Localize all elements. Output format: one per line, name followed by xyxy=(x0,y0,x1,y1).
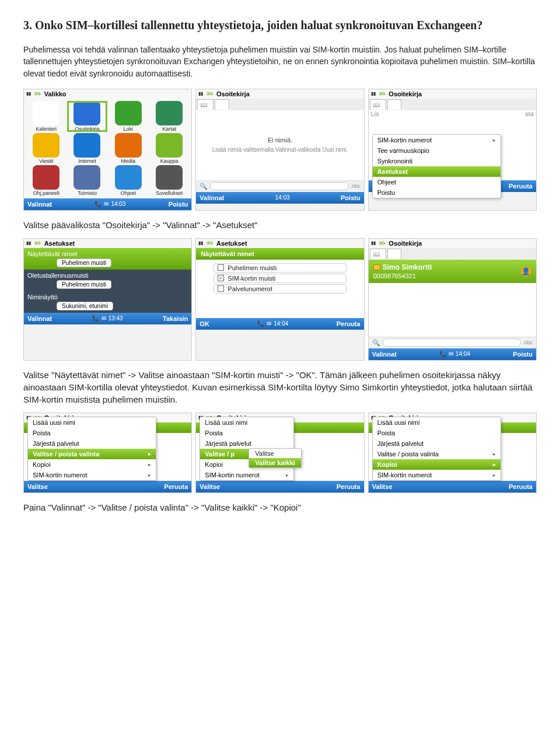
chevron-right-icon: ▸ xyxy=(148,472,151,478)
app-glyph xyxy=(33,101,60,125)
book-icon: 📖 xyxy=(200,102,207,108)
app-label: Ohjeet xyxy=(121,190,136,196)
softkey-right[interactable]: Peruuta xyxy=(509,183,533,190)
checkbox-icon xyxy=(218,285,224,292)
menu-item[interactable]: Kopioi▸ xyxy=(28,459,156,470)
menu-item[interactable]: Valitse / poista valinta▸ xyxy=(373,449,501,459)
menu-item[interactable]: Poista xyxy=(200,428,293,438)
options-menu: Lisää uusi nimiPoistaJärjestä palvelutVa… xyxy=(372,417,501,481)
app-label: Viestit xyxy=(39,158,53,164)
app-label: Internet xyxy=(78,158,96,164)
app-glyph xyxy=(74,101,100,125)
app-label: Kartat xyxy=(162,126,176,132)
chevron-right-icon: ▸ xyxy=(493,462,496,467)
chevron-right-icon: ▸ xyxy=(493,472,496,478)
tab-contacts[interactable]: 📖 xyxy=(197,99,214,110)
instruction-1: Valitse päävalikosta "Osoitekirja" -> "V… xyxy=(23,219,537,231)
app-icon-loki[interactable]: Loki xyxy=(108,101,148,132)
softkey-right[interactable]: Peruuta xyxy=(337,483,360,490)
app-label: Kalenteri xyxy=(36,126,57,132)
screenshot-row-2: ▮▮3GAsetukset Näytettävät nimetPuhelimen… xyxy=(23,238,537,361)
menu-item[interactable]: Ohjeet xyxy=(373,177,501,187)
softkey-left[interactable]: Valinnat xyxy=(372,351,397,358)
submenu: ValitseValitse kaikki xyxy=(249,448,302,468)
menu-item[interactable]: SIM-kortin numerot▸ xyxy=(28,470,156,480)
checkbox-row[interactable]: Puhelimen muisti xyxy=(214,263,346,273)
app-icon-sovellukset[interactable]: Sovellukset xyxy=(149,165,189,196)
softkey-right[interactable]: Poistu xyxy=(513,351,533,358)
checkbox-row[interactable]: ✓SIM-kortin muisti xyxy=(214,274,346,283)
softkey-right[interactable]: Poistu xyxy=(169,201,188,208)
softkey-left[interactable]: Valitse xyxy=(27,483,48,490)
menu-item[interactable]: Poista xyxy=(373,428,501,438)
app-icon-ohjeet[interactable]: Ohjeet xyxy=(108,165,148,196)
menu-item[interactable]: Järjestä palvelut xyxy=(28,438,156,449)
setting-value: Sukunimi, etunimi xyxy=(57,302,113,310)
menu-item[interactable]: Lisää uusi nimi xyxy=(200,417,293,428)
submenu-item[interactable]: Valitse kaikki xyxy=(249,458,301,467)
contact-row[interactable]: Simo Simkortti 000987654321 👤 xyxy=(369,260,536,283)
menu-item[interactable]: SIM-kortin numerot▸ xyxy=(373,470,501,480)
softkey-left[interactable]: Valitse xyxy=(372,483,393,490)
app-glyph xyxy=(33,165,60,190)
app-icon-media[interactable]: Media xyxy=(108,133,148,164)
checkbox-icon: ✓ xyxy=(218,275,224,281)
softkey-right[interactable]: Peruuta xyxy=(509,483,533,490)
menu-item[interactable]: SIM-kortin numerot▸ xyxy=(200,470,293,480)
menu-item[interactable]: SIM-kortin numerot▸ xyxy=(373,135,501,145)
setting-row[interactable]: Näytettävät nimetPuhelimen muisti xyxy=(24,248,191,270)
search-input[interactable] xyxy=(383,338,522,347)
checkbox-row[interactable]: Palvelunumerot xyxy=(214,284,346,294)
screen-title: Valikko xyxy=(44,90,66,97)
app-glyph xyxy=(74,133,100,158)
menu-item[interactable]: Järjestä palvelut xyxy=(373,438,501,449)
softkey-left[interactable]: OK xyxy=(200,320,209,327)
menu-item[interactable]: Valitse / poista valinta▸ xyxy=(28,449,156,459)
menu-item[interactable]: Asetukset xyxy=(373,166,501,177)
app-glyph xyxy=(156,165,183,190)
softkey-left[interactable]: Valinnat xyxy=(27,201,52,208)
heading: 3. Onko SIM–kortillesi tallennettu yhtey… xyxy=(23,18,537,33)
softkey-right[interactable]: Poistu xyxy=(341,194,360,201)
app-icon-internet[interactable]: Internet xyxy=(67,133,107,164)
softkey-left[interactable]: Valinnat xyxy=(27,315,52,322)
phone-contacts-options: ▮▮3GOsoitekirja 📖 Lis sta SIM-kortin num… xyxy=(368,89,537,211)
setting-row[interactable]: NiminäyttöSukunimi, etunimi xyxy=(24,291,191,313)
menu-item[interactable]: Kopioi▸ xyxy=(373,459,501,470)
app-label: Loki xyxy=(124,126,134,132)
contact-number: 000987654321 xyxy=(373,273,432,280)
menu-item[interactable]: Poistu xyxy=(373,187,501,198)
app-label: Sovellukset xyxy=(156,190,183,196)
menu-item[interactable]: Lisää uusi nimi xyxy=(28,417,156,428)
softkey-left[interactable]: Valinnat xyxy=(200,194,224,201)
app-icon-viestit[interactable]: Viestit xyxy=(26,133,66,164)
app-icon-osoitekirja[interactable]: Osoitekirja xyxy=(67,101,107,132)
abc-icon: Abc xyxy=(351,183,360,189)
paragraph-2: Valitse "Näytettävät nimet" -> Valitse a… xyxy=(23,369,537,406)
softkey-right[interactable]: Takaisin xyxy=(163,315,188,322)
empty-hint: Lisää nimiä valitsemalla Valinnat-valiko… xyxy=(212,146,348,153)
phone-displayed-names: ▮▮3GAsetukset Näytettävät nimet Puhelime… xyxy=(195,238,364,361)
app-icon-kauppa[interactable]: Kauppa xyxy=(149,133,189,164)
softkey-right[interactable]: Peruuta xyxy=(164,483,188,490)
menu-item[interactable]: Järjestä palvelut xyxy=(200,438,293,449)
search-input[interactable] xyxy=(210,182,349,190)
menu-item[interactable]: Lisää uusi nimi xyxy=(373,417,501,428)
app-icon-toimisto[interactable]: Toimisto xyxy=(67,165,107,196)
menu-item[interactable]: Tee varmuuskopio xyxy=(373,145,501,156)
app-icon-kartat[interactable]: Kartat xyxy=(149,101,189,132)
app-icon-kalenteri[interactable]: Kalenteri xyxy=(26,101,66,132)
chevron-right-icon: ▸ xyxy=(493,451,496,457)
menu-item[interactable]: Poista xyxy=(28,428,156,438)
app-glyph xyxy=(115,101,142,125)
setting-row[interactable]: OletustallennusmuistiPuhelimen muisti xyxy=(24,270,191,291)
chevron-right-icon: ▸ xyxy=(286,472,289,478)
app-label: Toimisto xyxy=(78,190,97,196)
softkey-left[interactable]: Valitse xyxy=(200,483,220,490)
app-icon-ohj.paneeli[interactable]: Ohj.paneeli xyxy=(26,165,66,196)
options-menu: Lisää uusi nimiPoistaJärjestä palvelutVa… xyxy=(27,417,156,481)
menu-item[interactable]: Synkronointi xyxy=(373,156,501,166)
submenu-item[interactable]: Valitse xyxy=(249,449,301,458)
clock: 14:03 xyxy=(111,201,125,207)
softkey-right[interactable]: Peruuta xyxy=(337,320,360,327)
